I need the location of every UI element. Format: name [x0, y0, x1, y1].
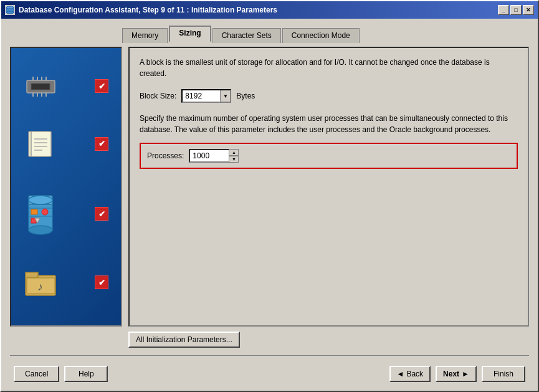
title-bar-buttons: _ □ ✕	[498, 5, 534, 15]
svg-rect-30	[26, 272, 38, 277]
back-button-group[interactable]: ◄ Back	[389, 366, 431, 382]
close-button[interactable]: ✕	[523, 5, 534, 15]
svg-rect-14	[31, 131, 51, 156]
chip-icon	[24, 75, 58, 97]
svg-rect-25	[31, 209, 37, 214]
main-window: Database Configuration Assistant, Step 9…	[0, 0, 539, 392]
window-title: Database Configuration Assistant, Step 9…	[19, 6, 277, 14]
svg-rect-4	[31, 84, 50, 90]
next-inner[interactable]: Next ►	[437, 367, 475, 381]
processes-description: Specify the maximum number of operating …	[140, 113, 518, 135]
content-panel: A block is the smallest unit of storage …	[128, 47, 529, 327]
svg-point-21	[29, 196, 52, 204]
svg-text:♪: ♪	[37, 280, 43, 293]
check-icon-1: ✔	[95, 79, 108, 93]
illus-row-db: ✔	[17, 187, 115, 241]
documents-icon	[24, 127, 58, 161]
svg-point-2	[6, 11, 14, 14]
block-size-row: Block Size: 8192 4096 16384 32768 ▼ Byte…	[140, 89, 518, 103]
spinner-down-button[interactable]: ▼	[229, 156, 239, 163]
bytes-label: Bytes	[236, 92, 255, 100]
database-icon	[24, 191, 58, 237]
app-icon	[5, 5, 15, 15]
illus-row-folder: ♪ ✔	[17, 263, 115, 302]
check-icon-3: ✔	[95, 207, 108, 221]
back-label: Back	[406, 370, 423, 378]
block-size-label: Block Size:	[140, 92, 176, 100]
tab-strip: Memory Sizing Character Sets Connection …	[122, 25, 529, 42]
all-params-button[interactable]: All Initialization Parameters...	[128, 332, 240, 348]
svg-point-26	[42, 209, 48, 215]
window-body: Memory Sizing Character Sets Connection …	[1, 19, 538, 391]
processes-label: Processes:	[147, 151, 184, 160]
separator	[10, 355, 529, 356]
block-size-description: A block is the smallest unit of storage …	[140, 57, 518, 79]
minimize-button[interactable]: _	[498, 5, 509, 15]
block-size-select[interactable]: 8192 4096 16384 32768	[181, 89, 231, 103]
tab-connection-mode[interactable]: Connection Mode	[282, 28, 360, 43]
button-row: Cancel Help ◄ Back Next ►	[10, 363, 529, 385]
all-params-row: All Initialization Parameters...	[128, 332, 529, 348]
btn-right: ◄ Back Next ► Finish	[389, 366, 525, 382]
processes-row: Processes: ▲ ▼	[140, 143, 518, 169]
btn-left: Cancel Help	[14, 366, 108, 382]
title-bar-left: Database Configuration Assistant, Step 9…	[5, 5, 277, 15]
spinner-buttons: ▲ ▼	[229, 149, 239, 163]
tab-memory[interactable]: Memory	[122, 28, 168, 43]
bottom-bar: All Initialization Parameters... Cancel …	[10, 332, 529, 385]
folder-icon: ♪	[24, 267, 58, 298]
main-area: ✔ ✔	[10, 47, 529, 327]
tab-character-sets[interactable]: Character Sets	[212, 28, 281, 43]
processes-input-wrapper: ▲ ▼	[189, 149, 239, 163]
block-size-dropdown-wrapper: 8192 4096 16384 32768 ▼	[181, 89, 231, 103]
illustration-panel: ✔ ✔	[10, 47, 122, 327]
check-icon-4: ✔	[95, 275, 108, 289]
next-arrow-icon: ►	[462, 370, 469, 378]
tab-sizing[interactable]: Sizing	[169, 26, 211, 42]
svg-point-1	[6, 6, 14, 9]
illus-row-chip: ✔	[17, 72, 115, 101]
next-label: Next	[443, 370, 459, 378]
check-icon-2: ✔	[95, 137, 108, 151]
title-bar: Database Configuration Assistant, Step 9…	[1, 1, 538, 19]
restore-button[interactable]: □	[510, 5, 522, 15]
back-inner[interactable]: ◄ Back	[391, 367, 430, 381]
cancel-button[interactable]: Cancel	[14, 366, 59, 382]
svg-point-22	[29, 226, 52, 234]
back-arrow-icon: ◄	[397, 370, 404, 378]
finish-button[interactable]: Finish	[482, 366, 525, 382]
illus-row-docs: ✔	[17, 123, 115, 165]
next-button-group[interactable]: Next ►	[436, 366, 477, 382]
help-button[interactable]: Help	[64, 366, 108, 382]
spinner-up-button[interactable]: ▲	[229, 149, 239, 156]
